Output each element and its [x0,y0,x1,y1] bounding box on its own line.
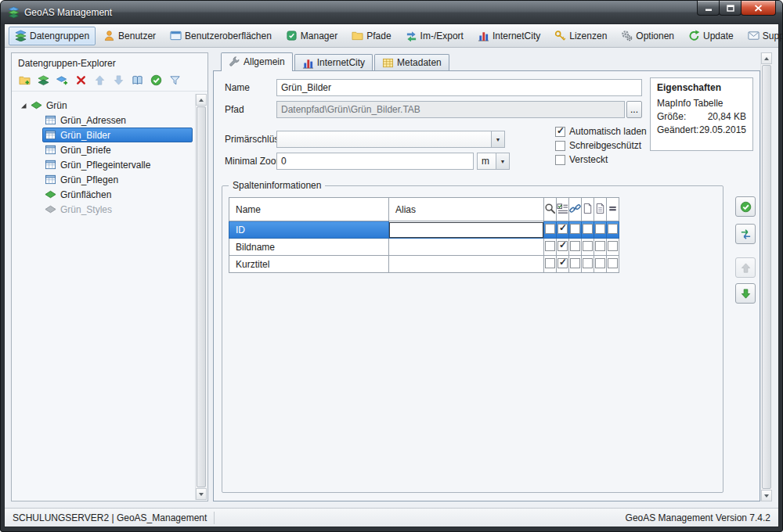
column-check-cell[interactable] [582,221,594,239]
explorer-tool-check-circle[interactable] [150,74,163,87]
column-row-id[interactable]: ID [229,221,619,239]
tree-item-gruen[interactable]: Grün [13,98,194,113]
checkbox-schreibgeschuetzt[interactable]: Schreibgeschützt [555,138,647,153]
grid-checkbox[interactable] [595,258,605,268]
grid-checkbox[interactable] [570,224,580,234]
primaerschluessel-combo[interactable]: ▼ [276,131,505,148]
column-check-cell[interactable] [607,256,619,273]
column-check-cell[interactable] [544,239,557,256]
column-name-cell[interactable]: Kurztitel [229,256,389,273]
grid-checkbox[interactable] [608,258,618,268]
tree-expander-icon[interactable] [19,102,28,110]
column-check-cell[interactable] [594,221,607,239]
tab-internetcity[interactable]: InternetCity [294,54,373,70]
close-button[interactable] [741,1,776,16]
grid-checkbox[interactable] [557,241,568,251]
scroll-up-button[interactable] [196,94,207,106]
explorer-tool-book[interactable] [131,74,144,87]
column-check-cell[interactable] [557,239,569,256]
toolbar-item-datengruppen[interactable]: Datengruppen [9,27,96,45]
grid-checkbox[interactable] [608,224,618,234]
explorer-tool-filter[interactable] [168,74,182,87]
column-header-doc-lines[interactable] [594,198,607,221]
grid-checkbox[interactable] [583,241,593,251]
browse-button[interactable]: ... [626,101,642,118]
minimal-zoom-input[interactable] [276,153,474,170]
tree-item-gruen-pflegeintervalle[interactable]: Grün_Pflegeintervalle [13,157,194,172]
detail-scrollbar[interactable] [760,52,772,501]
checkbox-box[interactable] [555,155,565,165]
checkbox-automatisch-laden[interactable]: Automatisch laden [555,124,647,138]
column-header-link[interactable] [569,198,582,221]
column-check-cell[interactable] [569,239,582,256]
toolbar-item-benutzer[interactable]: Benutzer [97,27,162,45]
column-alias-cell[interactable] [389,221,544,239]
column-check-cell[interactable] [569,256,582,273]
toolbar-item-pfade[interactable]: Pfade [345,27,397,45]
column-check-cell[interactable] [582,239,594,256]
side-button-apply[interactable] [735,196,756,217]
grid-checkbox[interactable] [557,258,568,268]
toolbar-item-optionen[interactable]: Optionen [615,27,680,45]
grid-checkbox[interactable] [545,241,555,251]
grid-checkbox[interactable] [595,224,605,234]
explorer-tool-layers-green[interactable] [37,74,50,87]
alias-input[interactable] [389,222,543,238]
checkbox-box[interactable] [555,141,565,151]
column-header-alias[interactable]: Alias [389,198,544,221]
column-header-equals[interactable] [607,198,619,221]
checkbox-box[interactable] [555,127,565,137]
tab-allgemein[interactable]: Allgemein [221,52,293,70]
column-header-list-check[interactable] [557,198,569,221]
column-header-doc[interactable] [582,198,594,221]
grid-checkbox[interactable] [545,224,555,234]
grid-checkbox[interactable] [583,224,593,234]
tab-metadaten[interactable]: Metadaten [374,54,449,70]
grid-checkbox[interactable] [570,241,580,251]
column-check-cell[interactable] [557,256,569,273]
column-check-cell[interactable] [607,221,619,239]
tree-item-gruen-styles[interactable]: Grün_Styles [13,202,194,217]
column-name-cell[interactable]: Bildname [229,239,389,256]
checkbox-versteckt[interactable]: Versteckt [555,153,647,167]
grid-checkbox[interactable] [583,258,593,268]
toolbar-item-lizenzen[interactable]: Lizenzen [548,27,613,45]
explorer-tool-folder-add[interactable] [18,74,31,87]
column-header-name[interactable]: Name [229,198,389,221]
explorer-tool-delete[interactable] [74,74,88,87]
tree-item-gruen-adressen[interactable]: Grün_Adressen [13,113,194,128]
column-check-cell[interactable] [607,239,619,256]
grid-checkbox[interactable] [557,224,568,234]
column-check-cell[interactable] [544,256,557,273]
zoom-unit-combo[interactable]: m ▼ [477,153,510,170]
scroll-up-button[interactable] [761,52,772,64]
tree-item-gruen-bilder[interactable]: Grün_Bilder [13,128,194,142]
scroll-thumb[interactable] [197,106,206,487]
column-check-cell[interactable] [594,239,607,256]
grid-checkbox[interactable] [608,241,618,251]
grid-checkbox[interactable] [570,258,580,268]
scroll-thumb[interactable] [762,65,771,489]
toolbar-item-im-export[interactable]: Im-/Export [399,27,470,45]
side-button-move-down[interactable] [735,283,756,304]
name-input[interactable] [276,79,642,96]
side-button-move[interactable] [735,224,756,244]
toolbar-item-internetcity[interactable]: InternetCity [471,27,547,45]
chevron-down-icon[interactable]: ▼ [496,153,509,169]
scroll-down-button[interactable] [196,488,207,500]
column-check-cell[interactable] [582,256,594,273]
column-row-kurztitel[interactable]: Kurztitel [229,256,619,273]
column-row-bildname[interactable]: Bildname [229,239,619,256]
column-alias-cell[interactable] [389,239,544,256]
column-check-cell[interactable] [544,221,557,239]
column-check-cell[interactable] [557,221,569,239]
tree-item-gruenflaechen[interactable]: Grünflächen [13,187,194,202]
titlebar[interactable]: GeoAS Management [1,1,782,23]
column-header-search[interactable] [544,198,557,221]
toolbar-item-benutzeroberflaechen[interactable]: Benutzeroberflächen [164,27,278,45]
column-check-cell[interactable] [594,256,607,273]
explorer-tool-layer-add[interactable] [56,74,69,87]
maximize-button[interactable] [719,1,742,16]
toolbar-item-update[interactable]: Update [682,27,740,45]
grid-checkbox[interactable] [545,258,555,268]
